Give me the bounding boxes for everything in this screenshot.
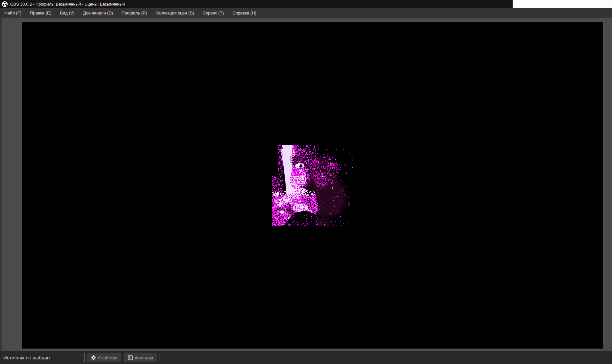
- source-toolbar: Источник не выбран Свойства: [0, 351, 612, 364]
- obs-logo-icon: [2, 1, 8, 7]
- menu-item-scene-collection[interactable]: Коллекция сцен (S): [151, 8, 198, 18]
- source-status-text: Источник не выбран: [3, 351, 50, 364]
- filter-icon: [128, 355, 133, 360]
- menu-item-tools[interactable]: Сервис (T): [198, 8, 228, 18]
- preview-canvas[interactable]: [22, 22, 603, 349]
- menu-item-view[interactable]: Вид (V): [56, 8, 79, 18]
- filters-button[interactable]: Фильтры: [124, 353, 157, 362]
- menu-item-file[interactable]: Файл (F): [0, 8, 26, 18]
- menu-item-profile[interactable]: Профиль (P): [117, 8, 151, 18]
- workspace: [0, 18, 612, 351]
- desktop-background-strip: [513, 0, 612, 8]
- toolbar-separator: [84, 353, 85, 362]
- source-image[interactable]: [272, 145, 353, 226]
- properties-button[interactable]: Свойства: [87, 353, 121, 362]
- dock-edge: [0, 18, 2, 351]
- gear-icon: [91, 355, 96, 360]
- menu-item-help[interactable]: Справка (H): [228, 8, 261, 18]
- toolbar-separator: [160, 353, 160, 362]
- properties-button-label: Свойства: [98, 355, 117, 360]
- menu-bar: Файл (F) Правка (E) Вид (V) Док-панели (…: [0, 8, 612, 18]
- filters-button-label: Фильтры: [135, 355, 153, 360]
- menu-item-docks[interactable]: Док-панели (D): [79, 8, 117, 18]
- title-bar: OBS 30.0.2 - Профиль: Безымянный - Сцены…: [0, 0, 612, 8]
- window-title: OBS 30.0.2 - Профиль: Безымянный - Сцены…: [10, 2, 125, 7]
- menu-item-edit[interactable]: Правка (E): [26, 8, 56, 18]
